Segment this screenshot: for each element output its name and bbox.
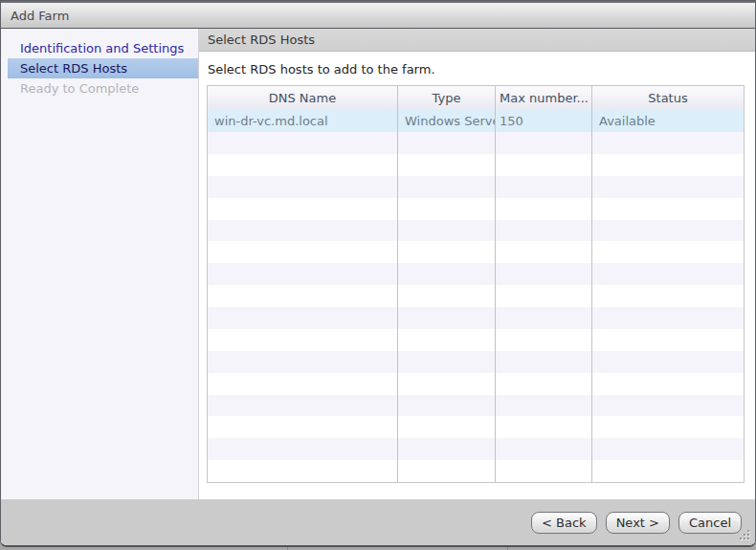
empty-cell xyxy=(496,154,592,176)
table-row[interactable]: win-dr-vc.md.local Windows Server 150 Av… xyxy=(208,109,744,132)
step-label: Select RDS Hosts xyxy=(20,61,127,76)
empty-cell xyxy=(398,416,496,438)
empty-cell xyxy=(496,373,592,395)
empty-cell xyxy=(208,329,398,351)
empty-cell xyxy=(208,351,398,373)
empty-table-row xyxy=(208,285,744,307)
empty-cell xyxy=(398,241,496,263)
empty-cell xyxy=(398,263,496,285)
cell-dns-name: win-dr-vc.md.local xyxy=(208,109,398,132)
column-header-status[interactable]: Status xyxy=(592,86,744,109)
empty-cell xyxy=(496,132,592,154)
empty-cell xyxy=(592,416,744,438)
empty-cell xyxy=(592,395,744,417)
empty-cell xyxy=(208,176,398,198)
empty-table-row xyxy=(208,220,744,242)
empty-cell xyxy=(208,132,398,154)
add-farm-dialog: Add Farm Identification and Settings Sel… xyxy=(0,0,756,547)
cancel-button[interactable]: Cancel xyxy=(678,512,742,534)
cell-status: Available xyxy=(592,109,744,132)
empty-cell xyxy=(398,220,496,242)
column-header-max-number[interactable]: Max number... xyxy=(496,86,592,109)
main-panel: Select RDS Hosts Select RDS hosts to add… xyxy=(199,29,755,499)
empty-cell xyxy=(208,263,398,285)
step-select-rds-hosts[interactable]: Select RDS Hosts xyxy=(8,58,198,78)
empty-cell xyxy=(398,460,496,482)
table-header-row: DNS Name Type Max number... Status xyxy=(208,86,744,109)
back-button[interactable]: < Back xyxy=(531,512,597,534)
empty-cell xyxy=(398,395,496,417)
empty-cell xyxy=(496,198,592,220)
empty-cell xyxy=(398,373,496,395)
rds-hosts-table: DNS Name Type Max number... Status win-d… xyxy=(207,85,745,483)
empty-cell xyxy=(496,329,592,351)
empty-cell xyxy=(208,198,398,220)
empty-table-row xyxy=(208,241,744,263)
empty-cell xyxy=(208,285,398,307)
empty-table-row xyxy=(208,329,744,351)
empty-cell xyxy=(496,438,592,460)
empty-cell xyxy=(496,285,592,307)
empty-cell xyxy=(592,285,744,307)
empty-cell xyxy=(592,351,744,373)
empty-cell xyxy=(496,416,592,438)
column-header-type[interactable]: Type xyxy=(398,86,496,109)
empty-cell xyxy=(592,438,744,460)
empty-cell xyxy=(592,329,744,351)
empty-table-row xyxy=(208,263,744,285)
dialog-title: Add Farm xyxy=(11,9,69,23)
wizard-steps-sidebar: Identification and Settings Select RDS H… xyxy=(1,29,199,499)
empty-cell xyxy=(496,241,592,263)
page-title: Select RDS Hosts xyxy=(208,33,315,47)
empty-cell xyxy=(398,198,496,220)
empty-table-row xyxy=(208,307,744,329)
page-title-bar: Select RDS Hosts xyxy=(199,29,755,52)
empty-cell xyxy=(398,176,496,198)
empty-cell xyxy=(208,241,398,263)
empty-cell xyxy=(496,395,592,417)
step-ready-to-complete: Ready to Complete xyxy=(1,78,198,99)
dialog-footer: < Back Next > Cancel xyxy=(1,499,755,545)
step-identification-and-settings[interactable]: Identification and Settings xyxy=(1,38,198,58)
empty-cell xyxy=(398,154,496,176)
empty-cell xyxy=(592,132,744,154)
empty-table-row xyxy=(208,351,744,373)
empty-cell xyxy=(398,285,496,307)
instruction-text: Select RDS hosts to add to the farm. xyxy=(208,62,755,77)
empty-cell xyxy=(592,154,744,176)
empty-cell xyxy=(208,373,398,395)
cell-type: Windows Server xyxy=(398,109,496,132)
rds-table-empty-rows xyxy=(208,132,744,482)
empty-cell xyxy=(208,395,398,417)
empty-cell xyxy=(496,351,592,373)
next-button[interactable]: Next > xyxy=(606,512,670,534)
empty-cell xyxy=(208,307,398,329)
empty-cell xyxy=(496,460,592,482)
empty-table-row xyxy=(208,373,744,395)
empty-cell xyxy=(398,307,496,329)
empty-cell xyxy=(592,241,744,263)
empty-cell xyxy=(496,307,592,329)
dialog-titlebar[interactable]: Add Farm xyxy=(1,1,755,29)
empty-cell xyxy=(592,176,744,198)
empty-table-row xyxy=(208,438,744,460)
empty-table-row xyxy=(208,416,744,438)
empty-cell xyxy=(496,176,592,198)
empty-cell xyxy=(592,220,744,242)
empty-cell xyxy=(592,373,744,395)
empty-cell xyxy=(592,198,744,220)
empty-cell xyxy=(398,438,496,460)
empty-table-row xyxy=(208,198,744,220)
step-label: Ready to Complete xyxy=(20,81,139,96)
empty-cell xyxy=(208,416,398,438)
empty-cell xyxy=(398,132,496,154)
empty-cell xyxy=(592,460,744,482)
empty-cell xyxy=(592,307,744,329)
column-header-dns-name[interactable]: DNS Name xyxy=(208,86,398,109)
empty-table-row xyxy=(208,460,744,482)
empty-cell xyxy=(398,351,496,373)
resize-grip[interactable] xyxy=(738,528,751,541)
empty-cell xyxy=(496,263,592,285)
empty-table-row xyxy=(208,132,744,154)
empty-cell xyxy=(208,220,398,242)
